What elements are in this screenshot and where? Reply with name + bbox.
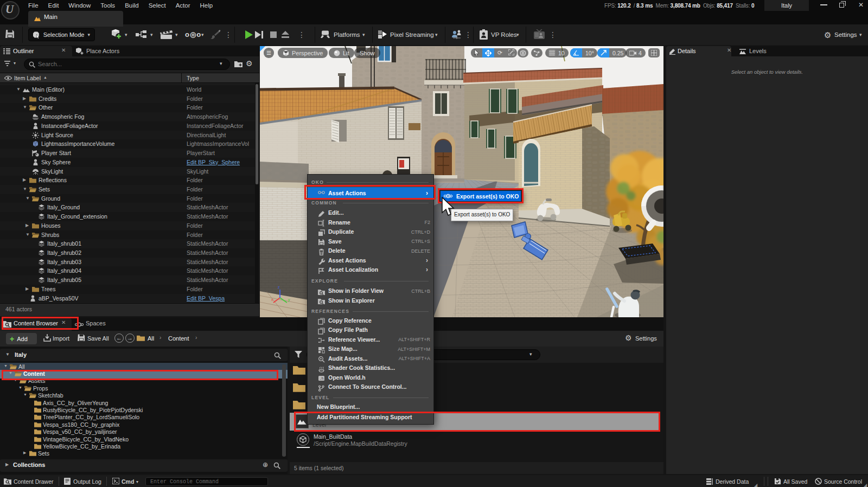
svg-text:.h: .h (320, 376, 324, 381)
svg-text:y: y (288, 298, 290, 302)
svg-text:x: x (271, 298, 273, 302)
svg-text:z: z (278, 285, 280, 289)
